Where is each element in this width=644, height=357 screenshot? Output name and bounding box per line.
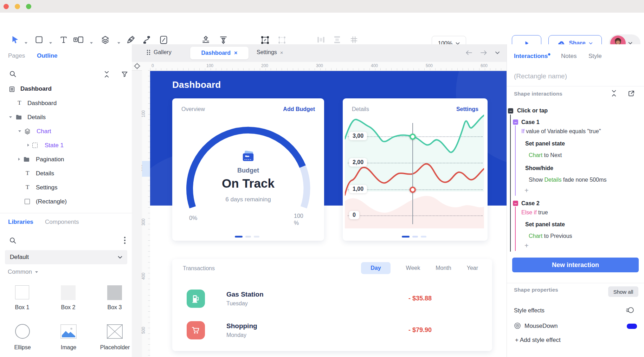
dot[interactable] <box>245 236 251 238</box>
action-prefix: Show <box>529 177 544 183</box>
shape-name-input[interactable] <box>513 72 638 80</box>
layers-tool-icon[interactable] <box>101 35 110 45</box>
case2-action1-detail[interactable]: Chart to Previous <box>529 233 572 239</box>
input-widget-tool-icon[interactable] <box>73 35 84 44</box>
input-widget-dropdown[interactable] <box>90 42 93 44</box>
collapse-all-icon[interactable] <box>103 70 110 78</box>
minimize-window-button[interactable] <box>15 4 20 9</box>
add-action-button[interactable]: + <box>524 242 529 250</box>
transactions-card[interactable]: Transactions Day Week Month Year <box>172 259 492 351</box>
tab-notes[interactable]: Notes <box>561 53 577 60</box>
case1-action1-detail[interactable]: Chart to Next <box>529 152 562 158</box>
rectangle-tool-dropdown[interactable] <box>49 42 52 44</box>
line-tool-icon[interactable] <box>159 35 168 45</box>
component-box-3[interactable] <box>107 285 122 300</box>
pagination-dots[interactable] <box>235 236 259 238</box>
effect-history-icon[interactable] <box>626 306 635 314</box>
add-action-button[interactable]: + <box>524 187 529 195</box>
library-group-header[interactable]: Common <box>8 268 38 275</box>
history-back-icon[interactable] <box>465 49 473 56</box>
text-widget-icon: T <box>26 184 29 191</box>
search-icon[interactable] <box>9 237 17 244</box>
tab-outline[interactable]: Outline <box>37 52 58 59</box>
dot[interactable] <box>421 236 426 238</box>
component-image[interactable] <box>60 324 77 339</box>
distribute-vertical-icon[interactable] <box>333 35 342 44</box>
caret-down-icon[interactable] <box>18 130 21 132</box>
case1-action2-detail[interactable]: Show Details fade none 500ms <box>529 177 606 183</box>
new-interaction-button[interactable]: New interaction <box>512 258 639 272</box>
close-tab-icon[interactable]: × <box>234 50 237 56</box>
layers-tool-dropdown[interactable] <box>117 42 120 44</box>
dot-active[interactable] <box>235 236 243 238</box>
component-box-2[interactable] <box>61 285 76 300</box>
tab-style[interactable]: Style <box>588 53 602 60</box>
shape-properties-header: Shape properties <box>514 287 558 293</box>
overview-card[interactable]: Overview Add Budget Budget On Tra <box>172 98 324 241</box>
distribute-horizontal-icon[interactable] <box>316 35 326 44</box>
close-tab-icon[interactable]: × <box>280 50 283 56</box>
case1-action2-name[interactable]: Show/hide <box>525 165 553 171</box>
collapse-event-toggle[interactable]: – <box>508 108 513 113</box>
component-ellipse[interactable] <box>15 324 30 339</box>
caret-right-icon[interactable] <box>27 144 29 147</box>
select-tool-dropdown[interactable] <box>25 42 27 44</box>
pagination-dots[interactable] <box>402 236 426 238</box>
tab-overflow-chevron-icon[interactable] <box>495 51 500 54</box>
collapse-section-icon[interactable] <box>611 89 617 97</box>
component-box-1[interactable] <box>15 285 29 299</box>
ruler-origin-icon[interactable] <box>134 63 141 70</box>
caret-right-icon[interactable] <box>18 158 20 161</box>
caret-down-icon[interactable] <box>9 116 12 118</box>
rectangle-tool-icon[interactable] <box>34 35 44 44</box>
connector-tool-icon[interactable] <box>142 35 152 45</box>
filter-month[interactable]: Month <box>436 265 451 271</box>
maximize-window-button[interactable] <box>26 4 31 9</box>
pen-tool-icon[interactable] <box>126 35 135 45</box>
add-budget-button[interactable]: Add Budget <box>283 106 315 112</box>
details-card[interactable]: Details Settings 3,00 2,00 1,00 <box>343 98 488 241</box>
collapse-case1-toggle[interactable]: – <box>513 119 518 125</box>
style-effect-name[interactable]: MouseDown <box>524 323 558 330</box>
component-placeholder[interactable] <box>107 324 123 339</box>
dot[interactable] <box>254 236 259 238</box>
filter-week[interactable]: Week <box>406 265 420 271</box>
send-backward-icon[interactable] <box>219 35 228 45</box>
close-window-button[interactable] <box>4 4 9 9</box>
library-select[interactable]: Default <box>5 250 127 264</box>
kebab-menu-icon[interactable] <box>124 236 126 244</box>
filter-day[interactable]: Day <box>361 262 390 274</box>
dot[interactable] <box>412 236 418 238</box>
condition-keyword: If <box>521 128 524 134</box>
filter-icon[interactable] <box>121 71 128 78</box>
show-all-button[interactable]: Show all <box>608 286 638 297</box>
case2-action1-name[interactable]: Set panel state <box>525 221 565 228</box>
settings-button[interactable]: Settings <box>456 106 478 112</box>
tab-pages[interactable]: Pages <box>8 52 25 59</box>
artboard[interactable]: Dashboard Overview Add Budget <box>150 71 507 357</box>
ungroup-icon[interactable] <box>277 35 287 45</box>
search-icon[interactable] <box>9 70 17 78</box>
ruler-number: 600 <box>481 63 488 68</box>
filter-year[interactable]: Year <box>467 265 478 271</box>
history-forward-icon[interactable] <box>480 49 488 56</box>
tab-settings[interactable]: Settings × <box>257 49 283 56</box>
tab-gallery[interactable]: Gallery <box>147 49 172 56</box>
case1-action1-name[interactable]: Set panel state <box>525 141 565 147</box>
collapse-case2-toggle[interactable]: – <box>513 201 518 206</box>
effect-color-swatch[interactable] <box>627 324 637 329</box>
dot-active[interactable] <box>402 236 410 238</box>
group-icon[interactable] <box>260 35 270 45</box>
text-tool-icon[interactable] <box>59 35 68 44</box>
open-in-window-icon[interactable] <box>627 90 635 97</box>
add-style-effect-button[interactable]: + Add style effect <box>515 337 561 344</box>
sidebar-divider <box>0 213 132 213</box>
bring-forward-icon[interactable] <box>201 35 211 45</box>
tab-interactions[interactable]: Interactions• <box>514 53 550 60</box>
select-tool-icon[interactable] <box>11 35 20 44</box>
grid-icon[interactable] <box>349 35 359 44</box>
tab-libraries[interactable]: Libraries <box>8 219 33 226</box>
tab-dashboard[interactable]: Dashboard × <box>190 47 249 59</box>
tab-components[interactable]: Components <box>45 219 79 226</box>
component-label: Box 2 <box>52 304 84 311</box>
